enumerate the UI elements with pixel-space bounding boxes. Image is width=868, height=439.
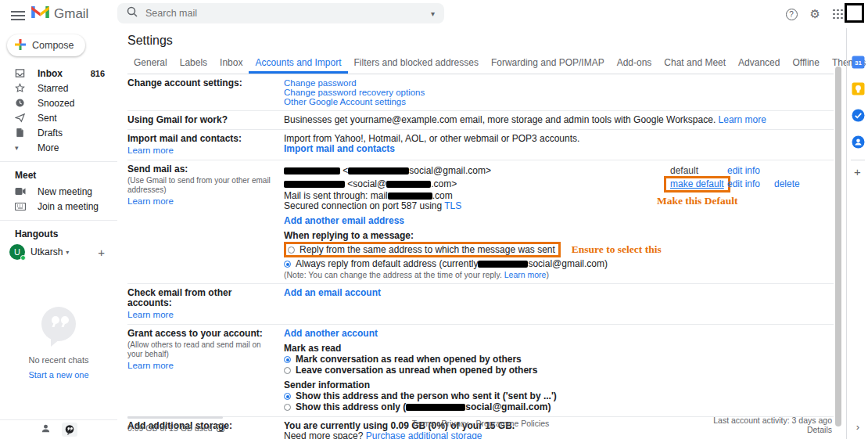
edit-info-link[interactable]: edit info: [727, 164, 760, 178]
import-learn-more-link[interactable]: Learn more: [127, 146, 174, 156]
search-icon[interactable]: [127, 6, 138, 20]
sidebar-item-join-meeting[interactable]: Join a meeting: [0, 199, 117, 214]
calendar-icon[interactable]: 31: [847, 49, 868, 75]
make-default-link[interactable]: make default: [670, 178, 724, 189]
tab-inbox[interactable]: Inbox: [213, 53, 249, 74]
annotation-ensure-select: Ensure to select this: [572, 243, 662, 255]
row-send-mail-as: Send mail as: (Use Gmail to send from yo…: [127, 160, 834, 283]
hangouts-user-menu[interactable]: U Utkarsh ▾ +: [0, 243, 117, 261]
work-learn-more-link[interactable]: Learn more: [719, 114, 766, 125]
tls-link[interactable]: TLS: [444, 200, 461, 211]
mark-read-option: Mark conversation as read when opened by…: [284, 354, 834, 365]
hangouts-tab-icon[interactable]: [62, 423, 77, 437]
privacy-link[interactable]: Privacy: [442, 419, 468, 428]
note-learn-more-link[interactable]: Learn more: [504, 270, 547, 279]
add-another-email-link[interactable]: Add another email address: [284, 216, 404, 226]
row-change-account-settings: Change account settings: Change password…: [127, 74, 834, 110]
vertical-scrollbar[interactable]: [835, 67, 841, 426]
google-apps-icon[interactable]: [833, 9, 843, 20]
new-conversation-plus-icon[interactable]: +: [98, 246, 105, 259]
gmail-logo[interactable]: Gmail: [31, 5, 88, 22]
reply-option-same-address: Reply from the same address to which the…: [284, 241, 834, 258]
radio-selected[interactable]: [284, 261, 291, 268]
presence-dot: [20, 255, 26, 261]
row-check-email: Check email from other accounts: Learn m…: [127, 283, 834, 324]
sidebar-item-more[interactable]: ▾ More: [0, 140, 117, 155]
help-icon[interactable]: ?: [786, 9, 798, 20]
sidebar-item-sent[interactable]: Sent: [0, 110, 117, 125]
send-as-address-row: <social@gmail.com> default edit info: [284, 164, 834, 178]
sidebar-item-snoozed[interactable]: Snoozed: [0, 95, 117, 110]
compose-label: Compose: [32, 40, 74, 51]
search-input[interactable]: [145, 8, 431, 19]
keep-icon[interactable]: [847, 75, 868, 102]
account-avatar[interactable]: [845, 3, 864, 23]
tab-add-ons[interactable]: Add-ons: [611, 53, 658, 74]
start-new-chat-link[interactable]: Start a new one: [28, 370, 88, 380]
row-grant-access: Grant access to your account: (Allow oth…: [127, 324, 834, 416]
tab-offline[interactable]: Offline: [786, 53, 825, 74]
settings-main: Settings General Labels Inbox Accounts a…: [117, 28, 834, 439]
settings-tabs: General Labels Inbox Accounts and Import…: [127, 53, 834, 74]
sidebar-item-starred[interactable]: Starred: [0, 81, 117, 95]
compose-button[interactable]: Compose: [7, 34, 85, 56]
gmail-m-icon: [31, 5, 49, 22]
tab-filters[interactable]: Filters and blocked addresses: [348, 53, 485, 74]
other-google-account-settings-link[interactable]: Other Google Account settings: [284, 97, 834, 106]
change-password-link[interactable]: Change password: [284, 78, 834, 88]
star-icon: [15, 83, 26, 94]
programme-policies-link[interactable]: Programme Policies: [475, 419, 549, 428]
import-mail-contacts-link[interactable]: Import mail and contacts: [284, 143, 395, 154]
tab-chat-and-meet[interactable]: Chat and Meet: [658, 53, 732, 74]
contacts-person-icon[interactable]: [41, 423, 51, 437]
terms-link[interactable]: Terms: [412, 419, 435, 428]
delete-link[interactable]: delete: [774, 178, 800, 191]
change-password-recovery-link[interactable]: Change password recovery options: [284, 88, 834, 97]
radio-selected[interactable]: [284, 356, 291, 363]
redacted-email: [478, 261, 528, 268]
tab-accounts-and-import[interactable]: Accounts and Import: [249, 53, 347, 74]
sidebar-item-inbox[interactable]: Inbox 816: [0, 66, 117, 81]
get-add-ons-plus-icon[interactable]: +: [847, 165, 868, 178]
rail-divider: [851, 160, 865, 160]
radio-unselected[interactable]: [284, 404, 291, 411]
chevron-down-icon: ▾: [15, 142, 26, 153]
hangouts-section-title: Hangouts: [0, 224, 117, 243]
draft-icon: [15, 128, 26, 139]
replying-heading: When replying to a message:: [284, 230, 834, 241]
secured-connection-text: Secured connection on port 587 using TLS: [284, 201, 834, 211]
radio-unselected[interactable]: [288, 246, 295, 254]
sidebar-item-drafts[interactable]: Drafts: [0, 125, 117, 140]
radio-unselected[interactable]: [284, 367, 291, 374]
tab-forwarding[interactable]: Forwarding and POP/IMAP: [485, 53, 611, 74]
check-learn-more-link[interactable]: Learn more: [127, 310, 174, 320]
send-as-learn-more-link[interactable]: Learn more: [127, 196, 174, 207]
clock-icon: [15, 98, 26, 109]
search-options-chevron-icon[interactable]: ▾: [431, 9, 435, 18]
settings-gear-icon[interactable]: ⚙: [810, 7, 820, 21]
show-side-panel-chevron-icon[interactable]: ›: [847, 421, 868, 433]
row-label: Check email from other accounts:: [127, 287, 231, 308]
add-email-account-link[interactable]: Add an email account: [284, 287, 381, 298]
add-another-account-link[interactable]: Add another account: [284, 328, 378, 339]
activity-details-link[interactable]: Details: [713, 425, 832, 434]
reply-option-default-address: Always reply from default address (curre…: [284, 258, 834, 269]
contacts-icon[interactable]: [847, 128, 868, 155]
grant-learn-more-link[interactable]: Learn more: [127, 361, 174, 371]
tab-advanced[interactable]: Advanced: [732, 53, 786, 74]
compose-plus-icon: [15, 39, 26, 52]
tab-labels[interactable]: Labels: [174, 53, 213, 74]
tab-general[interactable]: General: [127, 53, 174, 74]
main-menu-icon[interactable]: [11, 9, 25, 20]
sidebar-item-new-meeting[interactable]: New meeting: [0, 184, 117, 199]
tasks-icon[interactable]: [847, 102, 868, 128]
side-panel-rail: 31 + ›: [846, 28, 868, 439]
sidebar-bottom-bar: [0, 419, 117, 439]
edit-info-link[interactable]: edit info: [727, 178, 760, 191]
row-sublabel: (Use Gmail to send from your other email…: [127, 176, 274, 195]
search-bar[interactable]: ▾: [117, 3, 444, 23]
radio-selected[interactable]: [284, 393, 291, 400]
annotation-make-this-default: Make this Default: [657, 196, 738, 206]
row-gmail-for-work: Using Gmail for work? Businesses get you…: [127, 110, 834, 129]
row-label: Grant access to your account:: [127, 328, 263, 339]
